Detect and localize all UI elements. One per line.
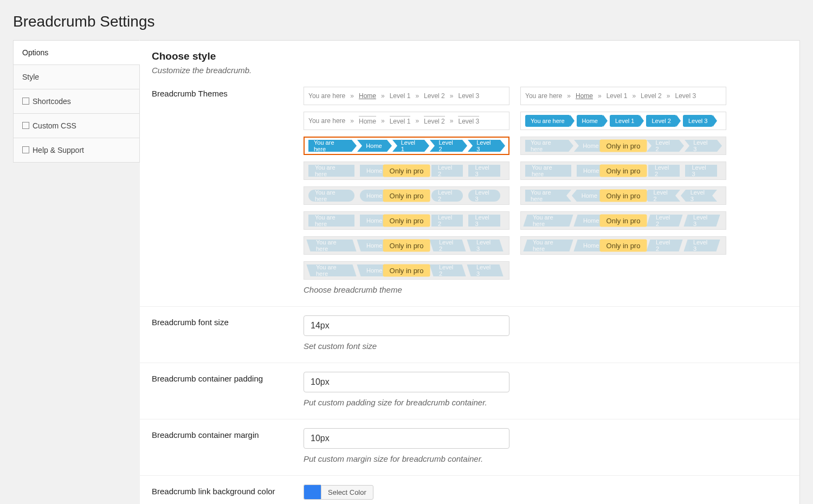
pro-badge: Only in pro [383,240,430,252]
pro-badge: Only in pro [383,190,430,202]
select-color-button[interactable]: Select Color [321,485,373,500]
bgcolor-label: Breadcrumb link background color [152,484,304,504]
pro-badge: Only in pro [383,215,430,227]
padding-help: Put custom padding size for breadcrumb c… [304,398,788,407]
themes-label: Breadcrumb Themes [152,87,304,294]
section-desc: Customize the breadcrumb. [152,66,788,75]
pro-badge: Only in pro [600,215,647,227]
pro-badge: Only in pro [383,264,430,277]
color-swatch[interactable] [304,484,321,500]
themes-help: Choose breadcrumb theme [304,285,788,294]
tab-shortcodes[interactable]: Shortcodes [13,89,140,113]
tab-options[interactable]: Options [13,40,140,64]
tab-help-support[interactable]: Help & Support [13,138,140,163]
tab-style[interactable]: Style [13,64,140,89]
page-title: Breadcrumb Settings [13,13,800,30]
padding-input[interactable] [304,372,509,392]
options-panel: Choose style Customize the breadcrumb. B… [140,40,800,504]
theme-option[interactable]: You are here» Home» Level 1» Level 2» Le… [304,112,509,130]
theme-option-pro[interactable]: You are here Home Level 1 Level 2 Level … [304,211,509,230]
padding-label: Breadcrumb container padding [152,372,304,407]
pro-badge: Only in pro [600,165,647,177]
theme-option[interactable]: You are here» Home» Level 1» Level 2» Le… [304,87,509,105]
theme-option-pro[interactable]: You are here Home Level 1 Level 2 Level … [520,186,726,205]
theme-option-pro[interactable]: You are here Home Level 1 Level 2 Level … [304,186,509,205]
theme-option-pro[interactable]: You are here Home Level 1 Level 2 Level … [520,137,726,155]
font-size-help: Set custom font size [304,341,788,351]
theme-option-selected[interactable]: You are here Home Level 1 Level 2 Level … [304,137,509,155]
section-title: Choose style [152,50,788,62]
theme-option-pro[interactable]: You are here Home Level 1 Level 2 Level … [520,211,726,230]
margin-input[interactable] [304,428,509,449]
font-size-label: Breadcrumb font size [152,315,304,351]
theme-option-pro[interactable]: You are here Home Level 1 Level 2 Level … [520,236,726,255]
theme-option[interactable]: You are here Home Level 1 Level 2 Level … [520,112,726,130]
margin-help: Put custom margin size for breadcrumb co… [304,454,788,463]
font-size-input[interactable] [304,315,509,336]
pro-badge: Only in pro [383,165,430,177]
theme-option[interactable]: You are here» Home» Level 1» Level 2» Le… [520,87,726,105]
theme-option-pro[interactable]: You are here Home Level 1 Level 2 Level … [304,236,509,255]
tab-custom-css[interactable]: Custom CSS [13,113,140,138]
themes-grid: You are here» Home» Level 1» Level 2» Le… [304,87,788,280]
pro-badge: Only in pro [600,140,647,152]
theme-option-pro[interactable]: You are here Home Level 1 Level 2 Level … [304,161,509,180]
margin-label: Breadcrumb container margin [152,428,304,463]
theme-option-pro[interactable]: You are here Home Level 1 Level 2 Level … [304,261,509,280]
pro-badge: Only in pro [600,240,647,252]
theme-option-pro[interactable]: You are here Home Level 1 Level 2 Level … [520,161,726,180]
settings-tabs: Options Style Shortcodes Custom CSS Help… [13,40,140,163]
pro-badge: Only in pro [600,190,647,202]
